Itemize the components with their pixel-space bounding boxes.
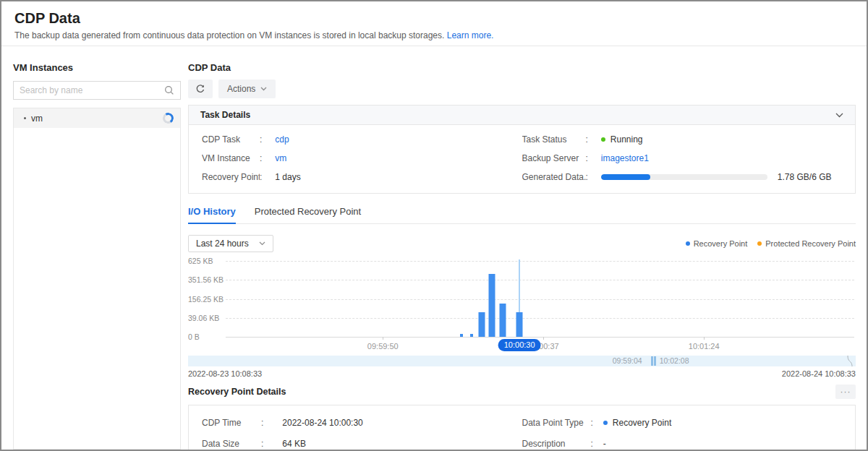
timeline-start-label: 2022-08-23 10:08:33	[188, 369, 262, 378]
data-point-type-value: Recovery Point	[613, 418, 671, 428]
window-start-label: 09:59:04	[613, 356, 642, 366]
description-value: -	[603, 439, 606, 449]
chart-bar[interactable]	[489, 274, 495, 337]
content-area: VM Instances vm CDP Data Action	[1, 46, 867, 450]
search-input[interactable]	[20, 85, 164, 95]
vm-instance-list: vm	[13, 108, 181, 450]
recovery-point-value: 1 days	[275, 172, 300, 182]
gridline	[226, 337, 854, 338]
task-details-panel: Task Details CDP Task cdp Task Status Ru…	[188, 105, 856, 194]
x-axis-tick-label: 09:59:50	[367, 342, 399, 351]
status-value: Running	[610, 134, 643, 145]
x-axis-tick	[543, 337, 544, 340]
page-title: CDP Data	[14, 9, 854, 27]
cdp-data-page: CDP Data The backup data generated from …	[0, 0, 868, 451]
status-dot-icon	[601, 137, 605, 142]
y-axis-tick-label: 351.56 KB	[188, 275, 224, 284]
cdp-data-main: CDP Data Actions Task Details CDP Task	[188, 46, 867, 450]
task-details-title: Task Details	[200, 110, 250, 120]
cdp-time-value: 2022-08-24 10:00:30	[282, 418, 362, 428]
field-cdp-time: CDP Time 2022-08-24 10:00:30	[202, 413, 522, 433]
chevron-down-icon	[259, 241, 265, 246]
chart-bar[interactable]	[460, 334, 463, 337]
gridline	[226, 299, 854, 300]
field-recovery-point: Recovery Point ... 1 days	[202, 168, 522, 186]
toolbar: Actions	[188, 80, 856, 98]
legend-item[interactable]: Protected Recovery Point	[757, 239, 856, 248]
gridline	[226, 280, 854, 280]
page-description-text: The backup data generated from continuou…	[14, 30, 444, 40]
refresh-icon	[195, 84, 205, 94]
backup-server-link[interactable]: imagestore1	[601, 153, 649, 163]
selected-time-badge[interactable]: 10:00:30	[498, 339, 541, 351]
actions-button[interactable]: Actions	[218, 80, 276, 98]
timeline-range-row: 2022-08-23 10:08:33 2022-08-24 10:08:33	[188, 369, 856, 378]
scrubber-right-handle-icon[interactable]	[846, 356, 854, 366]
cdp-task-link[interactable]: cdp	[275, 134, 289, 145]
gridline	[226, 261, 854, 262]
vm-item-label: vm	[31, 113, 43, 124]
chart-legend: Recovery PointProtected Recovery Point	[686, 239, 856, 248]
vm-instances-title: VM Instances	[13, 62, 181, 73]
field-vm-instance: VM Instance vm	[202, 149, 522, 168]
y-axis-tick-label: 156.25 KB	[188, 295, 224, 304]
legend-dot-icon	[757, 241, 762, 246]
tab-bar: I/O History Protected Recovery Point	[188, 206, 856, 224]
learn-more-link[interactable]: Learn more.	[447, 30, 494, 40]
legend-item[interactable]: Recovery Point	[686, 239, 748, 248]
y-axis-tick-label: 625 KB	[188, 257, 213, 265]
recovery-point-details-header: Recovery Point Details ···	[188, 385, 856, 399]
section-title: CDP Data	[188, 62, 856, 73]
search-icon[interactable]	[164, 85, 174, 95]
io-history-chart: 625 KB351.56 KB156.25 KB39.06 KB0 B 09:5…	[188, 258, 856, 354]
vm-list-item[interactable]: vm	[14, 108, 180, 128]
field-data-size: Data Size 64 KB	[202, 434, 522, 450]
more-options-button[interactable]: ···	[835, 385, 856, 399]
page-description: The backup data generated from continuou…	[14, 30, 854, 40]
vm-instances-panel: VM Instances vm	[13, 46, 181, 450]
x-axis-tick	[704, 337, 705, 340]
field-data-point-type: Data Point Type Recovery Point	[522, 413, 843, 433]
scrubber-handle-icon[interactable]	[651, 356, 656, 366]
chevron-down-icon	[260, 87, 267, 91]
task-details-body: CDP Task cdp Task Status Running VM Inst…	[189, 125, 855, 193]
tab-io-history[interactable]: I/O History	[188, 206, 236, 224]
legend-dot-icon	[686, 241, 690, 246]
task-details-header[interactable]: Task Details	[189, 106, 855, 125]
timeline-scrubber[interactable]: 09:59:04 10:02:08	[188, 356, 856, 366]
recovery-point-details-panel: CDP Time 2022-08-24 10:00:30 Data Point …	[188, 405, 856, 450]
field-task-status: Task Status Running	[522, 130, 843, 149]
generated-data-progressbar	[601, 174, 767, 180]
timeline-end-label: 2022-08-24 10:08:33	[782, 369, 856, 378]
time-range-value: Last 24 hours	[196, 239, 249, 249]
legend-label: Recovery Point	[694, 239, 748, 248]
refresh-button[interactable]	[188, 80, 213, 98]
field-backup-server: Backup Server imagestore1	[522, 149, 843, 168]
gridline	[226, 318, 854, 319]
field-description: Description -	[522, 434, 843, 450]
bullet-icon	[24, 117, 26, 119]
recovery-point-dot-icon	[603, 421, 608, 425]
y-axis-tick-label: 0 B	[188, 332, 200, 341]
recovery-point-details-title: Recovery Point Details	[188, 387, 286, 397]
search-box[interactable]	[13, 81, 181, 100]
chart-controls: Last 24 hours Recovery PointProtected Re…	[188, 235, 856, 252]
x-axis-tick-label: 10:01:24	[689, 342, 720, 351]
generated-data-value: 1.78 GB/6 GB	[778, 172, 832, 182]
chart-bar[interactable]	[499, 304, 506, 337]
x-axis-tick	[383, 337, 383, 340]
data-size-value: 64 KB	[282, 439, 306, 449]
chart-plot-area[interactable]: 09:59:5010:00:3710:01:2410:00:30	[226, 261, 854, 337]
chart-bar[interactable]	[516, 312, 523, 337]
actions-label: Actions	[227, 84, 255, 94]
loading-spinner-icon	[162, 112, 175, 125]
vm-instance-link[interactable]: vm	[275, 153, 286, 163]
chart-bar[interactable]	[470, 334, 473, 337]
window-end-label: 10:02:08	[660, 356, 689, 366]
collapse-chevron-icon[interactable]	[835, 113, 843, 118]
tab-protected-recovery-point[interactable]: Protected Recovery Point	[255, 206, 361, 224]
chart-bar[interactable]	[479, 312, 485, 337]
time-range-select[interactable]: Last 24 hours	[188, 235, 273, 252]
legend-label: Protected Recovery Point	[765, 239, 856, 248]
y-axis-tick-label: 39.06 KB	[188, 314, 219, 322]
